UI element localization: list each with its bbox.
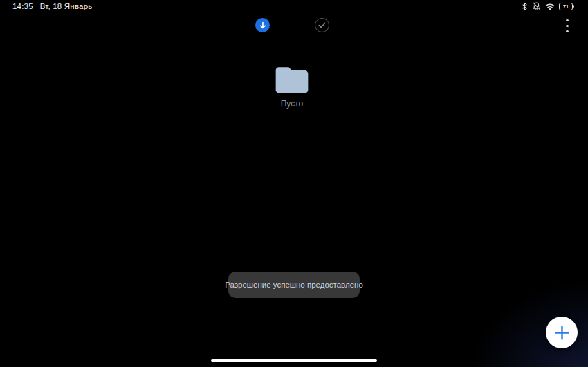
battery-level: 71 [563,4,569,9]
bluetooth-icon [522,2,528,11]
arrow-down-icon [259,21,267,30]
status-right: 71 [522,2,573,11]
empty-label: Пусто [281,99,304,109]
toast-message: Разрешение успешно предоставлено [225,281,363,289]
battery-icon: 71 [559,3,573,10]
select-all-button[interactable] [315,18,329,32]
folder-icon [274,66,310,95]
wifi-icon [545,3,555,10]
overflow-menu-button[interactable] [563,19,571,32]
status-left: 14:35 Вт, 18 Январь [12,2,92,10]
empty-state: Пусто [0,66,584,109]
plus-icon [555,326,569,340]
check-icon [318,22,326,28]
clock: 14:35 [12,2,33,10]
notifications-off-icon [532,2,541,11]
gesture-handle[interactable] [211,359,377,362]
date: Вт, 18 Январь [40,2,93,10]
app-screen: 14:35 Вт, 18 Январь 71 [0,0,588,367]
download-icon[interactable] [255,18,270,32]
kebab-dot [566,19,568,21]
status-bar: 14:35 Вт, 18 Январь 71 [0,0,588,12]
kebab-dot [566,30,568,32]
kebab-dot [566,25,568,27]
toast: Разрешение успешно предоставлено [228,272,360,298]
add-button[interactable] [546,317,578,348]
